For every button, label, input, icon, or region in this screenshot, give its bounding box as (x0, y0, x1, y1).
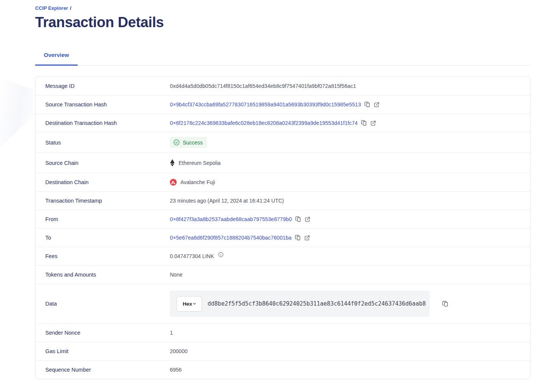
external-link-icon[interactable] (305, 217, 310, 222)
fees-value: 0.047477304 LINK (170, 253, 214, 259)
data-hex-box: Hex dd8be2f5f5d5cf3b8640c62924025b311ae8… (170, 291, 430, 317)
row-sender-nonce: Sender Nonce 1 (35, 323, 530, 342)
copy-icon[interactable] (442, 301, 449, 307)
row-dest-chain: Destination Chain Avalanche Fuji (35, 173, 530, 191)
row-message-id: Message ID 0xd4d4a5d0db05dc714f8150c1af6… (35, 77, 530, 95)
row-label: Destination Chain (45, 179, 170, 185)
row-to: To 0×5e67ea6d6f290f857c1888204b7540bac76… (35, 228, 530, 247)
breadcrumb: CCIP Explorer/ (35, 5, 530, 11)
message-id-value: 0xd4d4a5d0db05dc714f8150c1af654ed34eb8c9… (170, 83, 356, 89)
data-format-select[interactable]: Hex (177, 296, 202, 312)
row-source-tx-hash: Source Transaction Hash 0×9b4cf3743ccba6… (35, 95, 530, 114)
row-fees: Fees 0.047477304 LINK (35, 247, 530, 265)
copy-icon[interactable] (361, 120, 367, 126)
tab-overview-label: Overview (44, 52, 69, 58)
row-label: Tokens and Amounts (45, 272, 170, 278)
source-tx-hash-link[interactable]: 0×9b4cf3743ccba69fa5277830716519859a9401… (170, 101, 361, 108)
tab-bar: Overview (35, 48, 530, 66)
row-label: To (45, 235, 170, 241)
external-link-icon[interactable] (374, 102, 379, 108)
check-circle-icon (173, 139, 180, 146)
page-title: Transaction Details (35, 14, 530, 31)
external-link-icon[interactable] (370, 120, 376, 126)
transaction-details-card: Message ID 0xd4d4a5d0db05dc714f8150c1af6… (35, 76, 530, 379)
dest-tx-hash-link[interactable]: 0×6f2178c224c369833bafe6c028eb18ec8208a0… (170, 120, 358, 126)
chevron-down-icon (192, 301, 197, 306)
breadcrumb-separator: / (70, 5, 71, 11)
row-gas-limit: Gas Limit 200000 (35, 342, 530, 360)
gas-limit-value: 200000 (170, 348, 188, 354)
row-status: Status Success (35, 132, 530, 152)
external-link-icon[interactable] (304, 235, 310, 241)
sender-nonce-value: 1 (170, 330, 173, 336)
row-data: Data Hex dd8be2f5f5d5cf3b8640c62924025b3… (35, 284, 530, 323)
row-label: Status (45, 140, 170, 146)
data-format-selected: Hex (183, 301, 192, 307)
active-tab-indicator (35, 65, 78, 66)
row-label: Fees (45, 253, 170, 259)
row-sequence-number: Sequence Number 6956 (35, 360, 530, 379)
copy-icon[interactable] (364, 101, 370, 108)
row-label: Data (45, 301, 170, 307)
sequence-number-value: 6956 (170, 367, 182, 373)
status-badge: Success (170, 137, 207, 148)
info-icon[interactable] (218, 252, 224, 257)
tokens-value: None (170, 272, 182, 278)
to-address-link[interactable]: 0×5e67ea6d6f290f857c1888204b7540bac76001… (170, 235, 291, 241)
row-label: Message ID (45, 83, 170, 89)
row-source-chain: Source Chain Ethereum Sepolia (35, 152, 530, 173)
row-label: Destination Transaction Hash (45, 120, 170, 126)
row-label: Source Chain (45, 160, 170, 166)
timestamp-value: 23 minutes ago (April 12, 2024 at 16:41:… (170, 198, 284, 204)
row-timestamp: Transaction Timestamp 23 minutes ago (Ap… (35, 191, 530, 210)
row-label: Sequence Number (45, 367, 170, 373)
ethereum-icon (170, 159, 175, 166)
row-label: Gas Limit (45, 348, 170, 354)
row-dest-tx-hash: Destination Transaction Hash 0×6f2178c22… (35, 114, 530, 132)
row-label: Source Transaction Hash (45, 101, 170, 108)
avalanche-icon (170, 179, 177, 186)
row-tokens: Tokens and Amounts None (35, 265, 530, 284)
copy-icon[interactable] (295, 235, 301, 241)
row-label: Sender Nonce (45, 330, 170, 336)
breadcrumb-link-ccip-explorer[interactable]: CCIP Explorer (35, 5, 68, 11)
row-label: From (45, 216, 170, 222)
copy-icon[interactable] (295, 216, 301, 222)
data-hex-value: dd8be2f5f5d5cf3b8640c62924025b311ae83c61… (208, 300, 426, 307)
row-from: From 0×8f427f3a3a8b2537aabde68caab797553… (35, 210, 530, 228)
source-chain-name: Ethereum Sepolia (179, 160, 220, 166)
page-container: CCIP Explorer/ Transaction Details Overv… (0, 0, 555, 392)
tab-overview[interactable]: Overview (35, 48, 78, 65)
status-badge-label: Success (183, 140, 203, 146)
from-address-link[interactable]: 0×8f427f3a3a8b2537aabde68caab797553e8779… (170, 216, 292, 222)
row-label: Transaction Timestamp (45, 198, 170, 204)
dest-chain-name: Avalanche Fuji (180, 179, 215, 185)
